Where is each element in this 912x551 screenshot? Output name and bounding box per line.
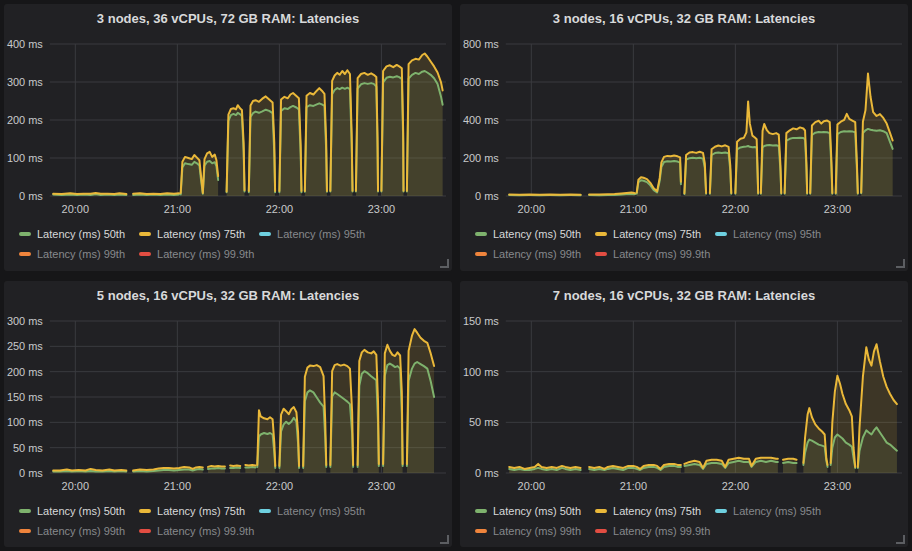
y-tick-label: 200 ms [7,365,43,377]
series-color-swatch-icon [715,509,727,513]
dashboard: 3 nodes, 36 vCPUs, 72 GB RAM: Latencies … [0,0,912,551]
y-tick-label: 600 ms [463,76,499,88]
y-tick-label: 800 ms [463,38,499,50]
legend-series-label: Latency (ms) 99th [493,525,581,537]
x-tick-label: 21:00 [164,479,191,491]
x-tick-label: 21:00 [620,479,647,491]
series-fill-75th [356,73,378,196]
series-color-swatch-icon [139,232,151,236]
legend-item-99.9th[interactable]: Latency (ms) 99.9th [595,248,710,260]
legend-item-99th[interactable]: Latency (ms) 99th [475,525,581,537]
legend-series-label: Latency (ms) 50th [37,505,125,517]
legend-series-label: Latency (ms) 95th [733,505,821,517]
chart-legend: Latency (ms) 50thLatency (ms) 75thLatenc… [19,224,444,264]
legend-item-99th[interactable]: Latency (ms) 99th [475,248,581,260]
y-tick-label: 100 ms [7,152,43,164]
legend-item-75th[interactable]: Latency (ms) 75th [595,505,701,517]
legend-item-99.9th[interactable]: Latency (ms) 99.9th [139,248,254,260]
series-fill-75th [358,349,379,472]
series-color-swatch-icon [475,509,487,513]
series-color-swatch-icon [595,509,607,513]
x-tick-label: 22:00 [722,203,749,215]
y-tick-label: 50 ms [13,441,43,453]
legend-series-label: Latency (ms) 99.9th [613,248,710,260]
y-tick-label: 400 ms [7,38,43,50]
legend-item-95th[interactable]: Latency (ms) 95th [715,228,821,240]
series-color-swatch-icon [259,509,271,513]
legend-item-99.9th[interactable]: Latency (ms) 99.9th [595,525,710,537]
legend-item-99.9th[interactable]: Latency (ms) 99.9th [139,525,254,537]
legend-row: Latency (ms) 99thLatency (ms) 99.9th [19,244,444,264]
y-tick-label: 150 ms [463,314,499,326]
series-color-swatch-icon [139,509,151,513]
x-tick-label: 21:00 [164,203,191,215]
x-tick-label: 22:00 [722,479,749,491]
legend-item-50th[interactable]: Latency (ms) 50th [475,228,581,240]
legend-series-label: Latency (ms) 95th [277,228,365,240]
y-tick-label: 0 ms [475,190,499,202]
series-line-50th [245,466,255,467]
series-line-75th [509,463,580,468]
legend-series-label: Latency (ms) 75th [613,505,701,517]
legend-item-95th[interactable]: Latency (ms) 95th [715,505,821,517]
legend-item-50th[interactable]: Latency (ms) 50th [475,505,581,517]
panel-resize-handle[interactable] [440,259,449,268]
legend-item-75th[interactable]: Latency (ms) 75th [139,505,245,517]
panel-title[interactable]: 3 nodes, 16 vCPUs, 32 GB RAM: Latencies [460,4,908,30]
legend-row: Latency (ms) 99thLatency (ms) 99.9th [475,521,900,541]
series-line-75th [208,465,225,466]
series-color-swatch-icon [19,252,31,256]
latency-chart[interactable]: 20:0021:0022:0023:000 ms100 ms200 ms300 … [4,32,452,224]
panel-title[interactable]: 7 nodes, 16 vCPUs, 32 GB RAM: Latencies [460,281,908,307]
panel-title[interactable]: 5 nodes, 16 vCPUs, 32 GB RAM: Latencies [4,281,452,307]
panel-resize-handle[interactable] [896,259,905,268]
legend-item-99th[interactable]: Latency (ms) 99th [19,525,125,537]
series-line-50th [230,467,240,468]
legend-item-50th[interactable]: Latency (ms) 50th [19,228,125,240]
panel-resize-handle[interactable] [440,535,449,544]
x-tick-label: 23:00 [368,203,395,215]
latency-chart[interactable]: 20:0021:0022:0023:000 ms50 ms100 ms150 m… [460,309,908,501]
x-tick-label: 21:00 [620,203,647,215]
legend-row: Latency (ms) 99thLatency (ms) 99.9th [19,521,444,541]
legend-series-label: Latency (ms) 50th [493,228,581,240]
series-line-75th [783,458,797,459]
y-tick-label: 50 ms [469,416,499,428]
series-color-swatch-icon [595,232,607,236]
legend-item-75th[interactable]: Latency (ms) 75th [139,228,245,240]
x-tick-label: 20:00 [62,479,89,491]
panel-title[interactable]: 3 nodes, 36 vCPUs, 72 GB RAM: Latencies [4,4,452,30]
legend-item-95th[interactable]: Latency (ms) 95th [259,228,365,240]
x-tick-label: 23:00 [824,479,851,491]
series-line-75th [230,465,240,466]
latency-panel: 7 nodes, 16 vCPUs, 32 GB RAM: Latencies … [460,281,908,548]
legend-item-95th[interactable]: Latency (ms) 95th [259,505,365,517]
y-tick-label: 0 ms [19,190,43,202]
latency-chart[interactable]: 20:0021:0022:0023:000 ms50 ms100 ms150 m… [4,309,452,501]
y-tick-label: 0 ms [19,466,43,478]
legend-item-99th[interactable]: Latency (ms) 99th [19,248,125,260]
latency-chart[interactable]: 20:0021:0022:0023:000 ms200 ms400 ms600 … [460,32,908,224]
legend-row: Latency (ms) 50thLatency (ms) 75thLatenc… [475,224,900,244]
x-tick-label: 23:00 [368,479,395,491]
legend-series-label: Latency (ms) 99.9th [157,525,254,537]
y-tick-label: 0 ms [475,466,499,478]
legend-series-label: Latency (ms) 99th [37,525,125,537]
y-tick-label: 200 ms [7,114,43,126]
x-tick-label: 23:00 [824,203,851,215]
legend-row: Latency (ms) 50thLatency (ms) 75thLatenc… [19,501,444,521]
y-tick-label: 400 ms [463,114,499,126]
legend-item-75th[interactable]: Latency (ms) 75th [595,228,701,240]
panel-resize-handle[interactable] [896,535,905,544]
legend-series-label: Latency (ms) 75th [157,505,245,517]
legend-item-50th[interactable]: Latency (ms) 50th [19,505,125,517]
legend-series-label: Latency (ms) 99.9th [157,248,254,260]
x-tick-label: 20:00 [518,479,545,491]
series-color-swatch-icon [19,529,31,533]
series-color-swatch-icon [139,529,151,533]
legend-series-label: Latency (ms) 50th [493,505,581,517]
legend-series-label: Latency (ms) 95th [733,228,821,240]
legend-series-label: Latency (ms) 75th [157,228,245,240]
legend-row: Latency (ms) 50thLatency (ms) 75thLatenc… [19,224,444,244]
x-tick-label: 22:00 [266,203,293,215]
